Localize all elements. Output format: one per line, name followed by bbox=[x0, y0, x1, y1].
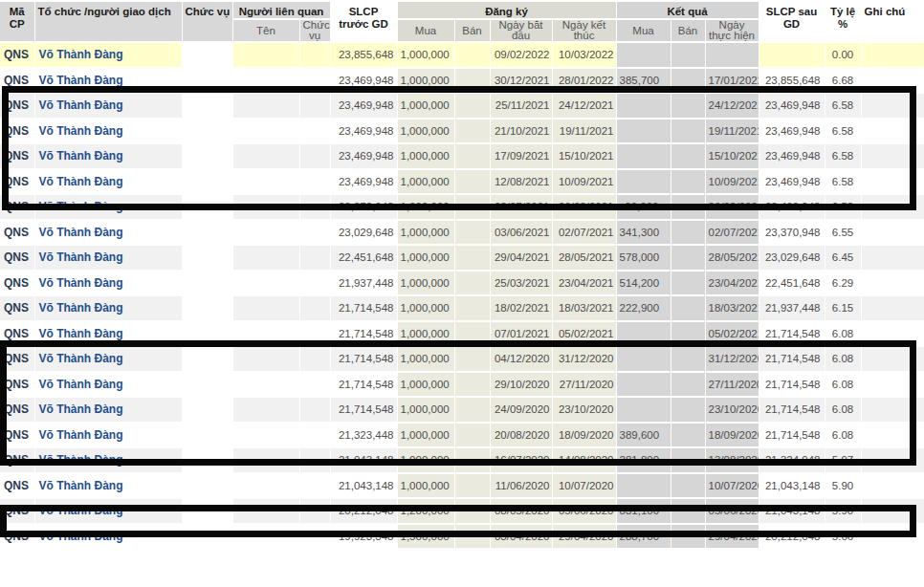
cell-result-sell bbox=[671, 498, 705, 524]
table-header: Mã CP Tổ chức /người giao dịch Chức vụ N… bbox=[0, 2, 924, 42]
cell-result-buy: 578,000 bbox=[616, 245, 671, 271]
cell-position bbox=[182, 524, 232, 550]
cell-ratio: 5.66 bbox=[825, 524, 861, 550]
cell-reg-sell bbox=[454, 93, 490, 119]
cell-result-buy bbox=[616, 93, 671, 119]
cell-shares-before: 23,469,948 bbox=[330, 68, 397, 94]
cell-shares-before: 23,469,948 bbox=[330, 93, 397, 119]
cell-ratio: 6.58 bbox=[825, 169, 861, 195]
header-related-name: Tên bbox=[232, 19, 299, 42]
cell-trader-name[interactable]: Võ Thành Đàng bbox=[34, 498, 182, 524]
cell-reg-sell bbox=[454, 194, 490, 220]
cell-related-position bbox=[299, 498, 330, 524]
cell-shares-after bbox=[759, 42, 825, 68]
cell-position bbox=[182, 245, 232, 271]
cell-position bbox=[182, 220, 232, 246]
cell-reg-end-date: 29/04/2020 bbox=[552, 524, 616, 550]
cell-result-buy bbox=[616, 143, 671, 169]
cell-result-buy: 514,200 bbox=[616, 271, 671, 296]
header-related-person: Người liên quan bbox=[232, 2, 330, 19]
cell-related-name bbox=[232, 346, 299, 372]
cell-trader-name[interactable]: Võ Thành Đàng bbox=[34, 169, 182, 195]
cell-trader-name[interactable]: Võ Thành Đàng bbox=[34, 372, 182, 398]
cell-code: QNS bbox=[0, 220, 34, 246]
cell-position bbox=[182, 143, 232, 169]
cell-related-name bbox=[232, 321, 299, 347]
cell-related-position bbox=[299, 473, 330, 499]
cell-exec-date: 18/03/2021 bbox=[705, 295, 759, 321]
cell-reg-end-date: 27/11/2020 bbox=[552, 372, 616, 398]
table-row: QNSVõ Thành Đàng23,469,9481,000,00017/09… bbox=[0, 143, 924, 169]
cell-result-sell bbox=[671, 372, 705, 398]
table-row: QNSVõ Thành Đàng23,469,9481,000,00030/12… bbox=[0, 68, 924, 94]
cell-trader-name[interactable]: Võ Thành Đàng bbox=[34, 68, 182, 94]
cell-reg-end-date: 15/10/2021 bbox=[552, 143, 616, 169]
cell-code: QNS bbox=[0, 271, 34, 296]
cell-reg-buy: 1,500,000 bbox=[397, 524, 454, 550]
cell-reg-sell bbox=[454, 169, 490, 195]
cell-position bbox=[182, 169, 232, 195]
table-row: QNSVõ Thành Đàng21,323,4481,000,00020/08… bbox=[0, 423, 924, 448]
cell-trader-name[interactable]: Võ Thành Đàng bbox=[34, 447, 182, 473]
cell-trader-name[interactable]: Võ Thành Đàng bbox=[34, 473, 182, 499]
cell-trader-name[interactable]: Võ Thành Đàng bbox=[34, 143, 182, 169]
cell-trader-name[interactable]: Võ Thành Đàng bbox=[34, 194, 182, 220]
cell-code: QNS bbox=[0, 524, 34, 550]
cell-trader-name[interactable]: Võ Thành Đàng bbox=[34, 423, 182, 448]
cell-shares-before: 23,469,948 bbox=[330, 119, 397, 144]
table-row: QNSVõ Thành Đàng21,714,5481,000,00029/10… bbox=[0, 372, 924, 398]
cell-result-sell bbox=[671, 93, 705, 119]
cell-trader-name[interactable]: Võ Thành Đàng bbox=[34, 271, 182, 296]
cell-reg-end-date: 10/03/2022 bbox=[552, 42, 616, 68]
cell-reg-sell bbox=[454, 68, 490, 94]
cell-shares-after: 21,714,548 bbox=[759, 372, 825, 398]
cell-exec-date: 31/12/2020 bbox=[705, 346, 759, 372]
cell-note bbox=[861, 220, 924, 246]
cell-reg-buy: 1,000,000 bbox=[397, 397, 454, 423]
cell-trader-name[interactable]: Võ Thành Đàng bbox=[34, 295, 182, 321]
cell-ratio: 5.97 bbox=[825, 447, 861, 473]
table-row: QNSVõ Thành Đàng21,714,5481,000,00004/12… bbox=[0, 346, 924, 372]
cell-reg-sell bbox=[454, 473, 490, 499]
cell-shares-before: 23,370,948 bbox=[330, 194, 397, 220]
cell-reg-end-date: 05/06/2020 bbox=[552, 498, 616, 524]
header-ratio: Tỷ lệ % bbox=[825, 2, 861, 42]
cell-shares-before: 21,714,548 bbox=[330, 397, 397, 423]
cell-reg-start-date: 04/12/2020 bbox=[490, 346, 552, 372]
cell-shares-after: 21,324,948 bbox=[759, 447, 825, 473]
cell-related-name bbox=[232, 220, 299, 246]
cell-exec-date: 28/05/2021 bbox=[705, 245, 759, 271]
table-row: QNSVõ Thành Đàng23,029,6481,000,00003/06… bbox=[0, 220, 924, 246]
cell-ratio: 6.08 bbox=[825, 321, 861, 347]
cell-trader-name[interactable]: Võ Thành Đàng bbox=[34, 397, 182, 423]
cell-trader-name[interactable]: Võ Thành Đàng bbox=[34, 93, 182, 119]
cell-related-position bbox=[299, 68, 330, 94]
cell-shares-after: 21,043,148 bbox=[759, 498, 825, 524]
cell-trader-name[interactable]: Võ Thành Đàng bbox=[34, 321, 182, 347]
cell-trader-name[interactable]: Võ Thành Đàng bbox=[34, 524, 182, 550]
cell-trader-name[interactable]: Võ Thành Đàng bbox=[34, 245, 182, 271]
cell-shares-before: 23,029,648 bbox=[330, 220, 397, 246]
cell-related-name bbox=[232, 143, 299, 169]
cell-ratio: 6.55 bbox=[825, 220, 861, 246]
cell-related-name bbox=[232, 423, 299, 448]
cell-reg-buy: 1,000,000 bbox=[397, 447, 454, 473]
header-registered-group: Đăng ký bbox=[397, 2, 616, 19]
cell-trader-name[interactable]: Võ Thành Đàng bbox=[34, 42, 182, 68]
cell-trader-name[interactable]: Võ Thành Đàng bbox=[34, 220, 182, 246]
header-note: Ghi chú bbox=[861, 2, 924, 42]
cell-note bbox=[861, 473, 924, 499]
cell-shares-after: 21,714,548 bbox=[759, 321, 825, 347]
cell-result-sell bbox=[671, 397, 705, 423]
cell-shares-before: 23,469,948 bbox=[330, 169, 397, 195]
cell-note bbox=[861, 169, 924, 195]
cell-trader-name[interactable]: Võ Thành Đàng bbox=[34, 346, 182, 372]
cell-position bbox=[182, 346, 232, 372]
cell-reg-sell bbox=[454, 346, 490, 372]
cell-related-position bbox=[299, 93, 330, 119]
cell-related-position bbox=[299, 372, 330, 398]
cell-trader-name[interactable]: Võ Thành Đàng bbox=[34, 119, 182, 144]
cell-ratio: 0.00 bbox=[825, 42, 861, 68]
cell-shares-after: 23,469,948 bbox=[759, 169, 825, 195]
cell-position bbox=[182, 93, 232, 119]
